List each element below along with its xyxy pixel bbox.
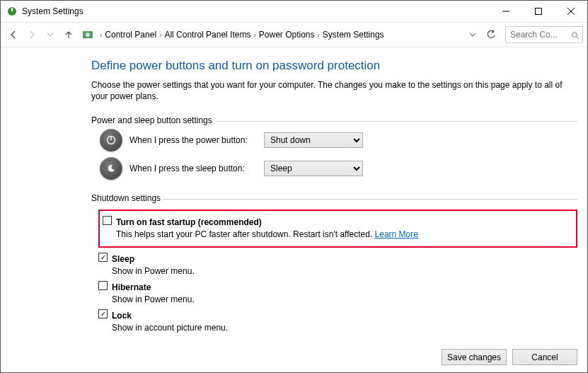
chevron-right-icon: ›: [100, 31, 102, 39]
navbar: › Control Panel › All Control Panel Item…: [1, 22, 587, 47]
lock-checkbox[interactable]: [98, 309, 108, 319]
fast-startup-desc: This helps start your PC faster after sh…: [103, 229, 573, 239]
lock-title: Lock: [112, 311, 132, 321]
cancel-button[interactable]: Cancel: [512, 349, 577, 365]
divider: [91, 199, 577, 200]
save-button[interactable]: Save changes: [442, 349, 507, 365]
chevron-right-icon: ›: [253, 31, 255, 39]
hibernate-desc: Show in Power menu.: [98, 294, 577, 304]
minimize-button[interactable]: [490, 1, 522, 22]
content: Define power buttons and turn on passwor…: [1, 47, 587, 333]
power-icon: [100, 129, 122, 151]
hibernate-checkbox[interactable]: [98, 281, 108, 290]
svg-point-8: [572, 33, 577, 38]
lock-desc: Show in account picture menu.: [98, 323, 577, 333]
sleep-icon: [100, 157, 122, 180]
section-legend: Shutdown settings: [91, 193, 163, 203]
forward-button[interactable]: [23, 26, 40, 43]
highlighted-setting: Turn on fast startup (recommended) This …: [98, 210, 577, 248]
maximize-button[interactable]: [522, 1, 555, 22]
refresh-button[interactable]: [483, 30, 500, 40]
recent-dropdown[interactable]: [42, 26, 59, 43]
svg-rect-3: [536, 8, 542, 15]
power-button-label: When I press the power button:: [129, 135, 264, 145]
back-button[interactable]: [5, 26, 22, 43]
power-button-row: When I press the power button: Shut down: [91, 129, 577, 151]
sleep-title: Sleep: [112, 254, 134, 264]
fast-startup-checkbox[interactable]: [103, 216, 112, 225]
learn-more-link[interactable]: Learn More: [375, 229, 418, 239]
svg-line-9: [577, 37, 579, 39]
fast-startup-title: Turn on fast startup (recommended): [116, 217, 262, 227]
breadcrumb[interactable]: › Control Panel › All Control Panel Item…: [79, 28, 463, 41]
svg-point-7: [86, 33, 90, 37]
power-button-select[interactable]: Shut down: [264, 132, 363, 148]
up-button[interactable]: [60, 26, 77, 43]
sleep-button-row: When I press the sleep button: Sleep: [91, 157, 577, 180]
control-panel-icon: [81, 28, 94, 41]
breadcrumb-item[interactable]: Control Panel: [103, 28, 158, 41]
sleep-button-label: When I press the sleep button:: [129, 163, 264, 173]
hibernate-title: Hibernate: [112, 282, 151, 292]
page-intro: Choose the power settings that you want …: [91, 80, 577, 102]
sleep-desc: Show in Power menu.: [98, 266, 577, 276]
page-heading: Define power buttons and turn on passwor…: [91, 59, 577, 73]
chevron-right-icon: ›: [318, 31, 320, 39]
titlebar: System Settings: [1, 1, 587, 22]
svg-rect-1: [11, 8, 13, 11]
breadcrumb-item[interactable]: System Settings: [321, 28, 386, 41]
window-title: System Settings: [22, 6, 490, 16]
sleep-checkbox[interactable]: [98, 253, 108, 262]
section-legend: Power and sleep button settings: [91, 115, 215, 125]
search-icon: [571, 30, 580, 42]
address-dropdown[interactable]: [464, 26, 481, 43]
breadcrumb-item[interactable]: Power Options: [258, 28, 316, 41]
footer: Save changes Cancel: [442, 349, 577, 365]
sleep-button-select[interactable]: Sleep: [264, 161, 363, 176]
breadcrumb-item[interactable]: All Control Panel Items: [163, 28, 252, 41]
app-icon: [6, 6, 18, 17]
chevron-right-icon: ›: [159, 31, 161, 39]
close-button[interactable]: [555, 1, 587, 22]
